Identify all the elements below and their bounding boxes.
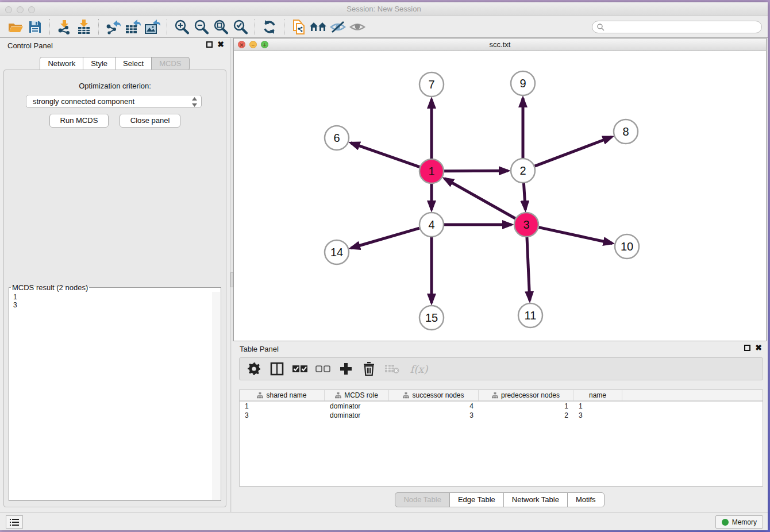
fx-icon: f(x) <box>410 363 428 375</box>
node-table[interactable]: shared nameMCDS rolesuccessor nodesprede… <box>239 390 763 487</box>
graph-edge-4-14[interactable] <box>351 228 419 248</box>
tab-style[interactable]: Style <box>83 57 116 71</box>
table-cell[interactable]: 3 <box>389 411 479 420</box>
table-float-panel-icon[interactable] <box>744 345 750 351</box>
status-bar: Memory <box>0 512 768 530</box>
zoom-out-button[interactable] <box>191 18 211 36</box>
mcds-result-text[interactable]: 1 3 <box>10 292 213 500</box>
import-network-button[interactable] <box>55 18 74 36</box>
column-type-icon <box>257 392 263 399</box>
import-table-button[interactable] <box>74 18 94 36</box>
mcds-result-title: MCDS result (2 nodes) <box>11 283 89 292</box>
table-tabs: Node Table Edge Table Network Table Moti… <box>232 492 768 507</box>
table-panel-header: Table Panel ✖ <box>232 341 768 356</box>
deselect-all-button[interactable] <box>315 361 330 376</box>
checked-boxes-icon <box>292 365 307 373</box>
delete-row-button[interactable] <box>361 361 376 376</box>
eye-slash-icon <box>329 20 346 34</box>
tab-node-table[interactable]: Node Table <box>395 492 450 507</box>
task-history-button[interactable] <box>6 515 23 529</box>
column-header-name[interactable]: name <box>573 390 622 400</box>
eye-icon <box>349 20 366 34</box>
export-table-button[interactable] <box>123 18 143 36</box>
table-row[interactable]: 3dominator323 <box>240 411 763 420</box>
column-header-predecessor-nodes[interactable]: predecessor nodes <box>479 390 573 400</box>
graph-node-label-11: 11 <box>525 309 537 322</box>
tab-edge-table[interactable]: Edge Table <box>449 492 504 507</box>
table-cell[interactable]: 1 <box>240 402 325 411</box>
table-close-panel-icon[interactable]: ✖ <box>755 345 762 351</box>
column-header-successor-nodes[interactable]: successor nodes <box>389 390 479 400</box>
zoom-in-icon <box>174 20 189 34</box>
network-canvas[interactable]: 7968124314101511 <box>234 51 767 340</box>
column-header-MCDS-role[interactable]: MCDS role <box>325 390 389 400</box>
trash-icon <box>363 362 375 376</box>
zoom-selected-button[interactable] <box>230 18 250 36</box>
graph-edge-2-3[interactable] <box>523 183 525 210</box>
tab-motifs[interactable]: Motifs <box>567 492 605 507</box>
control-panel-header: Control Panel ✖ <box>0 38 230 53</box>
table-settings-button[interactable] <box>247 361 261 376</box>
run-mcds-button[interactable]: Run MCDS <box>49 114 109 128</box>
plus-icon <box>340 363 352 375</box>
delete-table-button[interactable] <box>384 361 399 376</box>
tab-mcds[interactable]: MCDS <box>151 57 189 71</box>
table-cell[interactable]: 4 <box>389 402 479 411</box>
table-cell[interactable]: 1 <box>479 402 573 411</box>
table-cell[interactable]: 1 <box>573 402 622 411</box>
table-toolbar: f(x) <box>239 357 763 380</box>
graph-node-label-15: 15 <box>425 311 438 324</box>
first-neighbors-button[interactable] <box>309 18 328 36</box>
main-toolbar <box>0 16 768 38</box>
close-panel-icon[interactable]: ✖ <box>217 41 224 48</box>
search-icon <box>596 23 605 31</box>
table-cell[interactable]: dominator <box>325 402 389 411</box>
column-header-label: successor nodes <box>412 391 464 399</box>
memory-button[interactable]: Memory <box>715 515 763 529</box>
graph-node-label-10: 10 <box>621 240 633 253</box>
float-panel-icon[interactable] <box>206 41 213 48</box>
export-network-button[interactable] <box>103 18 123 36</box>
table-cell[interactable]: 2 <box>479 411 573 420</box>
add-row-button[interactable] <box>338 361 353 376</box>
graph-edge-3-11[interactable] <box>527 237 530 300</box>
save-floppy-icon <box>28 20 42 34</box>
result-scrollbar[interactable] <box>213 292 220 500</box>
tab-network-table[interactable]: Network Table <box>503 492 568 507</box>
zoom-in-button[interactable] <box>172 18 191 36</box>
tab-network[interactable]: Network <box>40 57 83 71</box>
graph-edge-2-8[interactable] <box>535 137 612 166</box>
zoom-fit-button[interactable] <box>211 18 230 36</box>
refresh-icon <box>262 20 277 34</box>
search-input[interactable] <box>592 21 762 33</box>
tab-select[interactable]: Select <box>115 57 152 71</box>
graph-edge-1-6[interactable] <box>351 143 420 167</box>
hide-selected-button[interactable] <box>328 18 348 36</box>
export-image-button[interactable] <box>143 18 162 36</box>
criterion-select[interactable]: strongly connected component <box>26 95 202 108</box>
graph-edge-3-1[interactable] <box>445 179 515 218</box>
select-all-button[interactable] <box>292 361 307 376</box>
table-cell[interactable]: 3 <box>573 411 622 420</box>
graph-node-label-7: 7 <box>428 78 434 91</box>
graph-edge-1-2[interactable] <box>444 171 508 171</box>
column-header-label: predecessor nodes <box>501 391 560 399</box>
clone-network-button[interactable] <box>289 18 309 36</box>
show-all-button[interactable] <box>348 18 367 36</box>
save-session-button[interactable] <box>25 18 45 36</box>
open-session-button[interactable] <box>6 18 25 36</box>
application-window: Session: New Session <box>0 2 768 530</box>
function-builder-button[interactable]: f(x) <box>407 361 430 376</box>
graph-node-label-2: 2 <box>519 164 526 177</box>
toolbar-separator <box>49 19 50 35</box>
table-cell[interactable]: 3 <box>240 411 325 420</box>
table-cell[interactable]: dominator <box>325 411 389 420</box>
refresh-view-button[interactable] <box>260 18 279 36</box>
graph-edge-3-10[interactable] <box>538 228 612 244</box>
show-column-button[interactable] <box>270 361 284 376</box>
close-panel-button[interactable]: Close panel <box>120 114 181 128</box>
control-panel: Control Panel ✖ Network Style Select MCD… <box>0 38 230 512</box>
table-row[interactable]: 1dominator411 <box>240 402 763 411</box>
list-icon <box>10 518 19 526</box>
column-header-shared-name[interactable]: shared name <box>240 390 325 400</box>
